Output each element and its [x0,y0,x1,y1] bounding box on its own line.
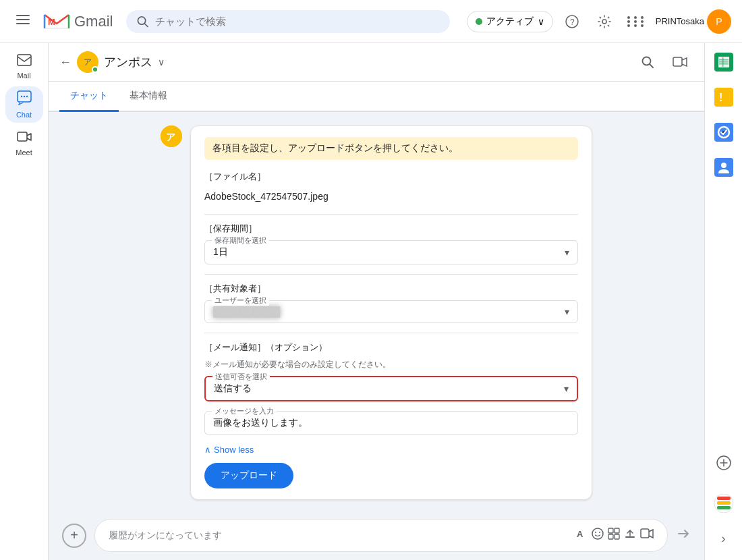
svg-rect-44 [717,497,731,500]
svg-rect-27 [615,534,619,539]
expand-sidebar-button[interactable]: › [710,525,737,552]
send-dropdown-icon: ▾ [564,383,569,394]
share-select-value: ██████████ [213,306,565,317]
contact-status-dot [92,66,98,73]
svg-rect-29 [641,529,649,538]
sidebar-item-chat-label: Chat [16,111,32,119]
avatar[interactable]: P [707,9,731,34]
sidebar-item-meet[interactable]: Meet [5,125,43,161]
send-select-label: 送信可否を選択 [212,372,270,382]
tab-info[interactable]: 基本情報 [119,82,178,112]
chat-messages: ア 各項目を設定し、アップロードボタンを押してください。 ［ファイル名］ Ado… [49,112,704,511]
chat-panel: ← ア アンポス ∨ [49,43,704,560]
add-icon: + [70,528,78,543]
svg-line-5 [145,23,148,26]
contacts-app-icon[interactable] [710,154,737,181]
chat-header-left: ← ア アンポス ∨ [59,51,165,73]
sheets-app-icon[interactable] [710,49,737,76]
sidebar-item-mail[interactable]: Mail [5,49,43,84]
chat-input-bar: + 履歴がオンになっています A [49,511,704,560]
retention-select[interactable]: 保存期間を選択 1日 ▾ [204,240,578,264]
share-select[interactable]: ユーザーを選択 ██████████ ▾ [204,300,578,323]
svg-point-12 [23,96,24,97]
chat-tabs: チャット 基本情報 [49,82,704,112]
status-label: アクティブ [486,16,534,28]
contact-avatar: ア [77,51,98,73]
video-call-button[interactable] [640,528,654,542]
show-less-label: Show less [214,445,254,455]
sidebar-item-mail-label: Mail [17,72,30,80]
share-section: ［共有対象者］ ユーザーを選択 ██████████ ▾ [204,283,578,323]
retention-select-value: 1日 [213,246,565,258]
user-profile[interactable]: PRINTosaka P [656,9,731,34]
add-attachment-button[interactable]: + [62,524,86,548]
notification-section: ［メール通知］（オプション） ※メール通知が必要な場合のみ設定してください。 送… [204,341,578,401]
svg-point-8 [602,20,606,24]
svg-rect-35 [722,57,724,67]
file-name-section: ［ファイル名］ AdobeStock_472547507.jpeg [204,171,578,204]
show-less-button[interactable]: ∧ Show less [204,445,578,455]
status-button[interactable]: アクティブ ∨ [467,11,553,32]
right-sidebar: ! [704,43,742,560]
message-input[interactable]: メッセージを入力 画像をお送りします。 [204,411,578,435]
search-input[interactable] [155,16,439,27]
yellow-app-icon[interactable]: ! [710,84,737,111]
chat-header-actions [634,49,693,76]
sidebar-item-meet-label: Meet [16,148,32,157]
tasks-app-icon[interactable] [710,119,737,146]
meet-icon [17,130,32,147]
user-name: PRINTosaka [656,16,704,26]
svg-rect-17 [673,57,682,66]
upload-button[interactable]: アップロード [204,463,293,488]
contact-name: アンポス [104,54,152,70]
tab-chat[interactable]: チャット [59,82,119,112]
svg-rect-14 [18,132,27,141]
svg-rect-28 [625,536,635,538]
svg-text:A: A [577,529,583,539]
color-strip-app-icon[interactable] [710,490,737,517]
sidebar-item-chat[interactable]: Chat [5,86,43,123]
mail-icon [17,53,32,70]
apps-attach-button[interactable] [608,528,620,543]
search-bar[interactable] [126,10,450,33]
share-label: ［共有対象者］ [204,283,578,295]
chat-video-button[interactable] [666,49,693,76]
svg-point-41 [721,163,726,168]
bot-message: ア 各項目を設定し、アップロードボタンを押してください。 ［ファイル名］ Ado… [147,125,606,500]
svg-rect-33 [719,61,729,63]
apps-button[interactable] [623,8,650,35]
svg-point-21 [592,528,603,539]
settings-button[interactable] [591,8,618,35]
menu-icon[interactable] [11,7,35,35]
gmail-logo: M Gmail [43,11,113,32]
back-button[interactable]: ← [59,55,72,69]
topbar: M Gmail アクティブ ∨ ? [0,0,742,43]
chat-icon [17,90,32,109]
svg-rect-2 [16,23,30,24]
file-name-value: AdobeStock_472547507.jpeg [204,188,578,204]
svg-rect-45 [717,501,731,505]
svg-rect-36 [714,88,733,107]
divider-2 [204,274,578,275]
retention-label: ［保存期間］ [204,223,578,235]
svg-point-11 [20,96,22,97]
chat-input-field[interactable]: 履歴がオンになっています A [94,519,668,552]
send-select[interactable]: 送信可否を選択 送信する ▾ [204,376,578,401]
chat-search-button[interactable] [634,49,661,76]
share-dropdown-icon: ▾ [565,306,569,317]
format-text-button[interactable]: A [575,528,588,543]
help-button[interactable]: ? [559,8,586,35]
bot-card: 各項目を設定し、アップロードボタンを押してください。 ［ファイル名］ Adobe… [190,125,592,500]
upload-attach-button[interactable] [624,528,636,543]
svg-rect-26 [608,534,613,539]
svg-text:ア: ア [166,132,175,142]
notification-note: ※メール通知が必要な場合のみ設定してください。 [204,359,578,370]
add-app-button[interactable] [710,449,737,476]
svg-line-16 [650,64,653,67]
divider-1 [204,214,578,215]
svg-point-22 [595,532,596,533]
contact-name-dropdown[interactable]: ∨ [158,57,165,67]
send-button[interactable] [676,526,691,544]
emoji-button[interactable] [592,528,604,543]
bot-avatar: ア [161,125,182,147]
